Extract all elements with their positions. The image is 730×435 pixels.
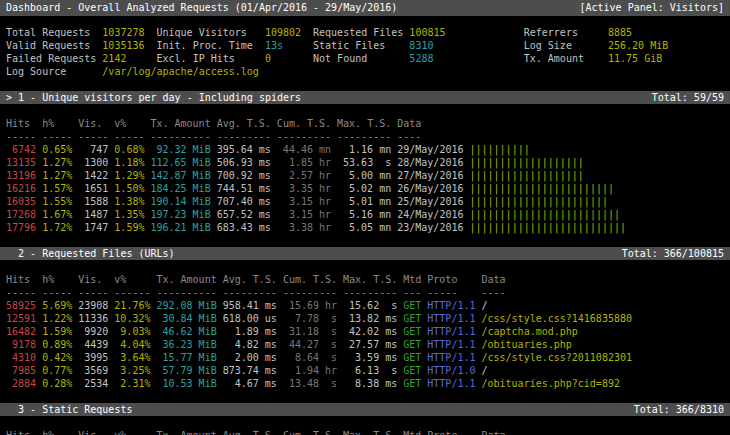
frequency-bars: |||||||||||||||||||	[463, 170, 583, 181]
spacer	[0, 416, 730, 429]
separator-dashes: ---------	[217, 130, 271, 143]
summary-label: Log Source	[6, 65, 102, 78]
table-row[interactable]: 177961.72%17471.59%196.21 MiB683.43 ms3.…	[0, 221, 730, 234]
cell-cum: 2.57 hr	[277, 169, 331, 182]
summary-label: Init. Proc. Time	[157, 39, 265, 52]
col-header-hpct: h%	[42, 273, 72, 286]
col-header-data: Data	[481, 429, 724, 435]
summary-label: Valid Requests	[6, 39, 102, 52]
summary-value: 13s	[265, 39, 313, 52]
cell-vis: 1747	[78, 221, 108, 234]
cell-vpct: 3.25%	[114, 364, 150, 377]
table-row[interactable]: 172681.67%14871.35%197.23 MiB657.52 ms3.…	[0, 208, 730, 221]
cell-hits: 13196	[6, 169, 36, 182]
cell-data: /captcha.mod.php	[481, 325, 724, 338]
cell-tx: 10.53 MiB	[156, 377, 216, 390]
col-header-hpct: h%	[42, 117, 72, 130]
cell-max: 53.63 s	[337, 156, 391, 169]
cell-hits: 16035	[6, 195, 36, 208]
frequency-bars: ||||||||||||||||||||||||	[463, 183, 614, 194]
table-row[interactable]: 589255.69%2390821.76%292.08 MiB958.41 ms…	[0, 299, 730, 312]
col-header-cum: Cum. T.S.	[283, 429, 337, 435]
separator-dashes: -----	[427, 286, 475, 299]
table-row[interactable]: 125911.22%1133610.32%30.84 MiB618.00 us7…	[0, 312, 730, 325]
panel-header-bar[interactable]: 3 - Static RequestsTotal: 366/8310	[0, 403, 730, 416]
cell-hpct: 0.77%	[42, 364, 72, 377]
panel-2: 2 - Requested Files (URLs)Total: 366/100…	[0, 247, 730, 390]
spacer	[0, 104, 730, 117]
table-row[interactable]: 67420.65%7470.68%92.32 MiB395.64 ms44.46…	[0, 143, 730, 156]
cell-cum: 3.15 hr	[277, 208, 331, 221]
cell-data: 26/May/2016||||||||||||||||||||||||	[397, 182, 724, 195]
panels-container: > 1 - Unique visitors per day - Includin…	[0, 91, 730, 435]
table-row[interactable]: 91780.89%44394.04%36.23 MiB4.82 ms44.27 …	[0, 338, 730, 351]
summary-value: 8310	[409, 39, 523, 52]
frequency-bars: |||||||||||||||||||||||||	[463, 209, 620, 220]
cell-data: 28/May/2016|||||||||||||||||||	[397, 156, 724, 169]
table-row[interactable]: 131351.27%13001.18%112.65 MiB506.93 ms1.…	[0, 156, 730, 169]
cell-max: 3.59 ms	[343, 351, 397, 364]
col-header-hits: Hits	[6, 273, 36, 286]
separator-dashes: ---------	[337, 130, 391, 143]
cell-vis: 1588	[78, 195, 108, 208]
cell-proto: HTTP/1.0	[427, 364, 475, 377]
panel-header-bar[interactable]: > 1 - Unique visitors per day - Includin…	[0, 91, 730, 104]
cell-vpct: 4.04%	[114, 338, 150, 351]
col-header-mtd: Mtd	[403, 429, 421, 435]
cell-cum: 3.38 hr	[277, 221, 331, 234]
col-header-vpct: v%	[114, 117, 144, 130]
spacer	[0, 16, 730, 26]
cell-data: /obituaries.php	[481, 338, 724, 351]
panel-title: 3 - Static Requests	[0, 403, 132, 416]
cell-hpct: 1.57%	[42, 182, 72, 195]
cell-hits: 58925	[6, 299, 36, 312]
panel-header-bar[interactable]: 2 - Requested Files (URLs)Total: 366/100…	[0, 247, 730, 260]
cell-avg: 4.67 ms	[223, 377, 277, 390]
cell-data: 27/May/2016|||||||||||||||||||	[397, 169, 724, 182]
cell-avg: 1.89 ms	[223, 325, 277, 338]
cell-vpct: 1.38%	[114, 195, 144, 208]
summary-value: 1035136	[102, 39, 156, 52]
dashboard-title: Dashboard - Overall Analyzed Requests (0…	[6, 0, 397, 16]
separator-dashes: ----------	[156, 286, 216, 299]
cell-vis: 9920	[78, 325, 108, 338]
cell-proto: HTTP/1.1	[427, 338, 475, 351]
cell-vis: 11336	[78, 312, 108, 325]
cell-vpct: 10.32%	[114, 312, 150, 325]
cell-tx: 292.08 MiB	[156, 299, 216, 312]
cell-vpct: 0.68%	[114, 143, 144, 156]
table-row[interactable]: 160351.55%15881.38%190.14 MiB707.40 ms3.…	[0, 195, 730, 208]
separator-row: ----------------------------------------…	[0, 286, 730, 299]
cell-cum: 8.64 s	[283, 351, 337, 364]
cell-max: 5.01 mn	[337, 195, 391, 208]
summary-value: 2142	[102, 52, 156, 65]
cell-vis: 1487	[78, 208, 108, 221]
cell-max: 5.16 mn	[337, 208, 391, 221]
table-row[interactable]: 79850.77%35693.25%57.79 MiB873.74 ms1.94…	[0, 364, 730, 377]
cell-data: /css/style.css?1416835880	[481, 312, 724, 325]
cell-max: 13.82 ms	[343, 312, 397, 325]
cell-hits: 7985	[6, 364, 36, 377]
cell-hits: 17796	[6, 221, 36, 234]
summary-label: Log Size	[524, 39, 608, 52]
table-row[interactable]: 43100.42%39953.64%15.77 MiB2.00 ms8.64 s…	[0, 351, 730, 364]
summary-label: Static Files	[313, 39, 409, 52]
table-row[interactable]: 164821.59%99209.03%46.62 MiB1.89 ms31.18…	[0, 325, 730, 338]
cell-max: 8.38 ms	[343, 377, 397, 390]
cell-tx: 57.79 MiB	[156, 364, 216, 377]
table-row[interactable]: 162161.57%16511.50%184.25 MiB744.51 ms3.…	[0, 182, 730, 195]
panel-total: Total: 366/8310	[634, 403, 730, 416]
cell-data: 29/May/2016||||||||||	[397, 143, 724, 156]
col-header-tx: Tx. Amount	[150, 117, 210, 130]
cell-cum: 1.85 hr	[277, 156, 331, 169]
cell-hits: 2884	[6, 377, 36, 390]
separator-dashes: -----	[42, 286, 72, 299]
cell-hpct: 0.42%	[42, 351, 72, 364]
cell-cum: 1.94 hr	[283, 364, 337, 377]
table-row[interactable]: 28840.28%25342.31%10.53 MiB4.67 ms13.48 …	[0, 377, 730, 390]
cell-cum: 13.48 s	[283, 377, 337, 390]
cell-tx: 15.77 MiB	[156, 351, 216, 364]
cell-max: 1.16 mn	[337, 143, 391, 156]
cell-vpct: 2.31%	[114, 377, 150, 390]
table-row[interactable]: 131961.27%14221.29%142.87 MiB700.92 ms2.…	[0, 169, 730, 182]
